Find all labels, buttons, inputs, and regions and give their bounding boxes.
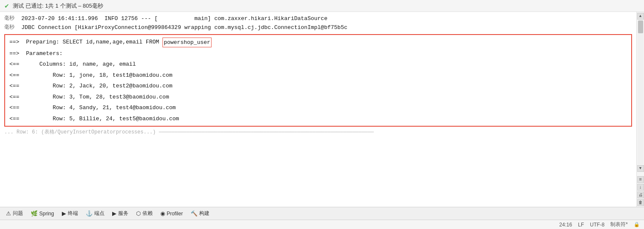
tab-endpoints-label: 端点 (94, 210, 104, 217)
wrap-lines-button[interactable]: ≡ (637, 176, 644, 183)
main-content: 毫秒 2023-07-20 16:41:11.996 INFO 12756 --… (0, 12, 644, 207)
log-prefix-2: 毫秒 (4, 23, 21, 32)
lock-icon: 🔒 (634, 222, 640, 227)
sql-row-1: <== Row: 1, jone, 18, test1@baomidou.com (5, 70, 631, 81)
sql-row-2-prefix: <== (9, 81, 26, 90)
sql-row-5-prefix: <== (9, 114, 26, 123)
tab-dependencies[interactable]: ⬡ 依赖 (133, 209, 156, 218)
tab-services-label: 服务 (118, 210, 128, 217)
test-status-text: 测试 已通过: 1共 1 个测试 – 805毫秒 (13, 2, 103, 10)
sql-row-1-prefix: <== (9, 71, 26, 80)
status-file-type: 制表符* (610, 221, 628, 228)
warning-icon: ⚠ (6, 210, 11, 217)
dependencies-icon: ⬡ (136, 210, 141, 217)
tab-profiler-label: Profiler (167, 211, 183, 217)
scrollbar[interactable]: ▲ ▼ ≡ ↓ 🖨 🗑 (636, 12, 644, 207)
tab-services[interactable]: ▶ 服务 (109, 209, 132, 218)
log-prefix-1: 毫秒 (4, 14, 21, 23)
sql-row-3-text: Row: 3, Tom, 28, test3@baomidou.com (26, 93, 169, 101)
log-area: 毫秒 2023-07-20 16:41:11.996 INFO 12756 --… (0, 12, 636, 207)
sql-arrow-1: ==> (9, 38, 26, 46)
terminal-icon: ▶ (62, 210, 66, 217)
sql-row-3-prefix: <== (9, 93, 26, 101)
tab-build[interactable]: 🔨 构建 (187, 209, 213, 218)
status-encoding: UTF-8 (590, 222, 604, 228)
tab-problems-label: 问题 (13, 210, 23, 217)
scroll-thumb[interactable] (638, 20, 643, 33)
bottom-toolbar: ⚠ 问题 🌿 Spring ▶ 终端 ⚓ 端点 ▶ 服务 ⬡ 依赖 ◉ Prof… (0, 207, 644, 220)
services-icon: ▶ (112, 210, 116, 217)
top-status-bar: ✔ 测试 已通过: 1共 1 个测试 – 805毫秒 (0, 0, 644, 12)
sql-parameters-line: ==> Parameters: (5, 48, 631, 59)
status-bar: 24:16 LF UTF-8 制表符* 🔒 (0, 220, 644, 229)
profiler-icon: ◉ (160, 210, 165, 217)
status-line-ending: LF (578, 222, 584, 228)
sql-row-3: <== Row: 3, Tom, 28, test3@baomidou.com (5, 92, 631, 102)
tab-terminal-label: 终端 (68, 210, 78, 217)
sql-parameters-text: Parameters: (26, 49, 63, 58)
check-icon: ✔ (4, 3, 9, 9)
scroll-down-button[interactable]: ▼ (637, 165, 644, 172)
tab-spring-label: Spring (39, 211, 54, 217)
log-text-1: 2023-07-20 16:41:11.996 INFO 12756 --- [… (21, 14, 328, 23)
status-time: 24:16 (559, 222, 572, 228)
tab-endpoints[interactable]: ⚓ 端点 (82, 209, 108, 218)
log-text-2: JDBC Connection [HikariProxyConnection@9… (21, 23, 348, 32)
endpoints-icon: ⚓ (86, 210, 93, 217)
log-line-2: 毫秒 JDBC Connection [HikariProxyConnectio… (0, 23, 636, 32)
scroll-end-button[interactable]: ↓ (637, 184, 644, 191)
sql-row-4-prefix: <== (9, 103, 26, 112)
sql-preparing-text: Preparing: SELECT id,name,age,email FROM (26, 38, 162, 46)
tab-dependencies-label: 依赖 (142, 210, 153, 217)
tab-build-label: 构建 (199, 210, 209, 217)
tab-problems[interactable]: ⚠ 问题 (3, 209, 26, 218)
log-cutoff-text: ... Row: 6: (表格/QueryInsertOperatorproce… (4, 128, 374, 136)
sql-row-1-text: Row: 1, jone, 18, test1@baomidou.com (26, 71, 172, 80)
sql-block: ==> Preparing: SELECT id,name,age,email … (4, 34, 632, 127)
sql-back-arrow-cols: <== (9, 60, 26, 69)
sql-preparing-line: ==> Preparing: SELECT id,name,age,email … (5, 37, 631, 48)
sql-row-2-text: Row: 2, Jack, 20, test2@baomidou.com (26, 81, 172, 90)
clear-button[interactable]: 🗑 (637, 199, 644, 206)
sql-columns-line: <== Columns: id, name, age, email (5, 59, 631, 70)
scroll-track[interactable] (638, 20, 644, 164)
build-icon: 🔨 (191, 210, 197, 217)
log-cutoff-line: ... Row: 6: (表格/QueryInsertOperatorproce… (0, 128, 636, 136)
sql-row-5-text: Row: 5, Billie, 24, test5@baomidou.com (26, 114, 179, 123)
print-button[interactable]: 🖨 (637, 191, 644, 198)
tab-profiler[interactable]: ◉ Profiler (157, 209, 186, 218)
sql-arrow-2: ==> (9, 49, 26, 58)
tab-terminal[interactable]: ▶ 终端 (58, 209, 81, 218)
sql-row-2: <== Row: 2, Jack, 20, test2@baomidou.com (5, 81, 631, 91)
scroll-up-button[interactable]: ▲ (637, 13, 644, 20)
sql-row-5: <== Row: 5, Billie, 24, test5@baomidou.c… (5, 113, 631, 124)
sql-table-name: powershop_user (162, 38, 212, 47)
spring-icon: 🌿 (31, 210, 38, 217)
sql-row-4: <== Row: 4, Sandy, 21, test4@baomidou.co… (5, 102, 631, 113)
log-container: 毫秒 2023-07-20 16:41:11.996 INFO 12756 --… (0, 12, 636, 207)
log-line-1: 毫秒 2023-07-20 16:41:11.996 INFO 12756 --… (0, 14, 636, 23)
sql-columns-text: Columns: id, name, age, email (26, 60, 136, 69)
sql-row-4-text: Row: 4, Sandy, 21, test4@baomidou.com (26, 103, 176, 112)
tab-spring[interactable]: 🌿 Spring (27, 209, 58, 218)
